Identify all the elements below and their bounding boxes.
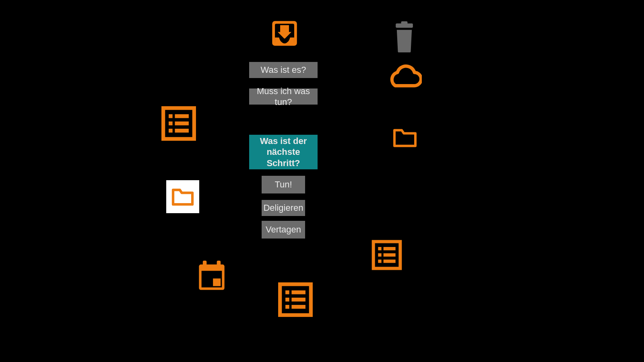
svg-rect-22 [285, 298, 289, 302]
svg-point-4 [281, 39, 287, 43]
svg-rect-10 [169, 121, 173, 125]
label: Was ist es? [261, 64, 306, 76]
svg-rect-24 [285, 305, 289, 309]
svg-rect-13 [175, 129, 189, 133]
svg-rect-18 [213, 278, 221, 286]
label: Was ist der nächste Schritt? [254, 136, 313, 169]
list-icon-left [160, 105, 197, 142]
svg-rect-15 [203, 261, 206, 267]
action-delegate: Deligieren [262, 200, 305, 216]
action-postpone: Vertagen [262, 221, 305, 239]
calendar-icon [196, 259, 227, 293]
svg-rect-23 [291, 298, 305, 302]
label: Deligieren [263, 202, 303, 214]
svg-rect-16 [217, 261, 221, 267]
svg-rect-31 [378, 259, 381, 263]
label: Vertagen [266, 224, 301, 235]
inbox-icon [268, 17, 301, 50]
svg-rect-8 [169, 114, 173, 118]
svg-rect-9 [175, 114, 189, 118]
project-folder-icon [166, 180, 199, 213]
trash-icon [391, 21, 417, 53]
svg-rect-32 [384, 259, 396, 263]
svg-rect-12 [169, 129, 173, 133]
cloud-icon [386, 64, 422, 89]
label: Muss ich was tun? [253, 86, 314, 108]
svg-rect-29 [378, 253, 381, 257]
svg-rect-6 [401, 21, 408, 25]
folder-icon [391, 127, 419, 148]
svg-rect-11 [175, 121, 189, 125]
svg-rect-28 [384, 247, 396, 250]
question-must-i-act: Muss ich was tun? [249, 88, 318, 105]
svg-rect-27 [378, 247, 381, 250]
svg-rect-21 [291, 290, 305, 294]
label: Tun! [275, 179, 292, 190]
action-do-it: Tun! [262, 176, 305, 193]
question-next-step: Was ist der nächste Schritt? [249, 135, 318, 169]
svg-rect-30 [384, 253, 396, 257]
list-icon-bottom [277, 281, 314, 318]
svg-rect-20 [285, 290, 289, 294]
svg-rect-25 [291, 305, 305, 309]
diagram-stage: Was ist es? Muss ich was tun? Was ist de… [0, 0, 644, 362]
question-what-is-it: Was ist es? [249, 62, 318, 78]
list-icon-right [371, 239, 403, 271]
